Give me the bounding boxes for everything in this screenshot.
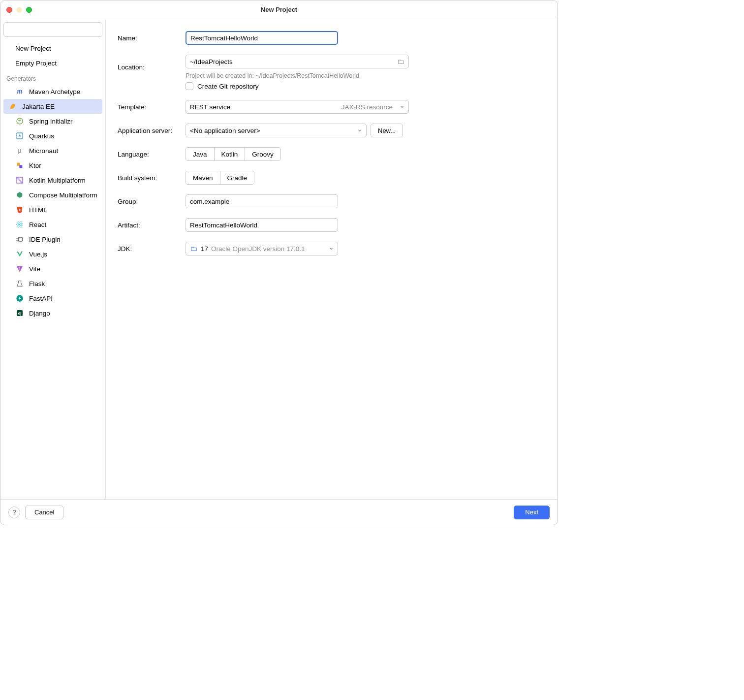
window-title: New Project (261, 6, 297, 13)
next-button[interactable]: Next (514, 506, 550, 519)
fastapi-icon (15, 294, 24, 303)
sidebar-item-label: Spring Initializr (29, 118, 73, 125)
sidebar-item-label: HTML (29, 206, 47, 214)
appserver-select[interactable]: <No application server> (186, 124, 367, 137)
template-value: REST service (190, 103, 230, 111)
kotlin-mp-icon (15, 176, 24, 185)
sidebar-item-flask[interactable]: Flask (0, 276, 105, 291)
sidebar-item-kotlin-multiplatform[interactable]: Kotlin Multiplatform (0, 173, 105, 188)
sidebar-item-ide-plugin[interactable]: IDE Plugin (0, 232, 105, 247)
search-input[interactable] (3, 22, 102, 37)
sidebar-item-maven-archetype[interactable]: m Maven Archetype (0, 84, 105, 99)
template-label: Template: (118, 103, 186, 111)
sidebar-item-label: Compose Multiplatform (29, 191, 97, 199)
language-option-java[interactable]: Java (186, 148, 215, 160)
jdk-folder-icon (190, 245, 198, 252)
footer: ? Cancel Next (0, 499, 558, 525)
location-input[interactable] (186, 55, 409, 68)
sidebar-item-spring-initializr[interactable]: Spring Initializr (0, 114, 105, 128)
plugin-icon (15, 235, 24, 244)
window-zoom-button[interactable] (26, 7, 32, 13)
help-button[interactable]: ? (8, 507, 20, 518)
svg-text:dj: dj (18, 311, 22, 316)
git-checkbox[interactable] (186, 82, 193, 90)
sidebar-item-label: New Project (15, 45, 51, 52)
language-segmented: Java Kotlin Groovy (186, 147, 281, 161)
chevron-down-icon (400, 104, 404, 109)
svg-point-2 (17, 118, 23, 124)
jakarta-icon (8, 102, 17, 111)
sidebar-item-label: FastAPI (29, 295, 53, 302)
svg-marker-8 (17, 192, 23, 198)
appserver-label: Application server: (118, 127, 186, 134)
sidebar-item-empty-project[interactable]: Empty Project (0, 56, 105, 70)
sidebar-item-label: Quarkus (29, 132, 54, 140)
html-icon: 5 (15, 205, 24, 214)
artifact-input[interactable] (186, 218, 338, 232)
sidebar-item-fastapi[interactable]: FastAPI (0, 291, 105, 306)
name-label: Name: (118, 34, 186, 42)
flask-icon (15, 279, 24, 288)
main-panel: Name: Location: Project will be created … (106, 19, 558, 499)
group-label: Group: (118, 198, 186, 205)
jdk-version: 17 (201, 245, 208, 253)
sidebar-item-label: Vue.js (29, 251, 47, 258)
sidebar: New Project Empty Project Generators m M… (0, 19, 106, 499)
sidebar-item-ktor[interactable]: Ktor (0, 158, 105, 173)
location-label: Location: (118, 64, 186, 71)
spring-icon (15, 117, 24, 126)
language-option-kotlin[interactable]: Kotlin (215, 148, 246, 160)
sidebar-item-html[interactable]: 5 HTML (0, 202, 105, 217)
jdk-select[interactable]: 17 Oracle OpenJDK version 17.0.1 (186, 242, 338, 255)
svg-point-11 (19, 224, 21, 225)
sidebar-item-label: Micronaut (29, 147, 58, 155)
sidebar-item-label: Flask (29, 280, 45, 287)
sidebar-item-label: Empty Project (15, 60, 57, 67)
sidebar-item-compose-multiplatform[interactable]: Compose Multiplatform (0, 188, 105, 202)
sidebar-item-react[interactable]: React (0, 217, 105, 232)
sidebar-item-label: Kotlin Multiplatform (29, 177, 86, 184)
build-label: Build system: (118, 174, 186, 182)
window-close-button[interactable] (6, 7, 12, 13)
vue-icon (15, 250, 24, 258)
build-option-maven[interactable]: Maven (186, 171, 220, 184)
sidebar-item-vite[interactable]: Vite (0, 261, 105, 276)
sidebar-item-django[interactable]: dj Django (0, 306, 105, 320)
browse-folder-icon[interactable] (397, 58, 405, 65)
build-option-gradle[interactable]: Gradle (220, 171, 254, 184)
svg-rect-15 (18, 237, 22, 241)
template-right-text: JAX-RS resource (341, 103, 395, 111)
group-input[interactable] (186, 194, 338, 208)
sidebar-item-quarkus[interactable]: Quarkus (0, 128, 105, 143)
svg-rect-6 (19, 165, 22, 168)
sidebar-item-label: React (29, 221, 46, 228)
sidebar-item-jakarta-ee[interactable]: Jakarta EE (3, 99, 102, 114)
sidebar-item-label: Django (29, 310, 50, 317)
appserver-new-button[interactable]: New... (371, 124, 403, 137)
template-select[interactable]: REST service JAX-RS resource (186, 100, 409, 114)
django-icon: dj (15, 309, 24, 318)
language-option-groovy[interactable]: Groovy (245, 148, 280, 160)
titlebar: New Project (0, 0, 558, 19)
build-segmented: Maven Gradle (186, 171, 254, 185)
sidebar-item-new-project[interactable]: New Project (0, 41, 105, 56)
sidebar-section-generators: Generators (0, 70, 105, 84)
name-input[interactable] (186, 31, 338, 45)
sidebar-item-micronaut[interactable]: μ Micronaut (0, 143, 105, 158)
jdk-label: JDK: (118, 245, 186, 253)
location-hint: Project will be created in: ~/IdeaProjec… (186, 72, 546, 79)
cancel-button[interactable]: Cancel (25, 506, 63, 519)
chevron-down-icon (329, 246, 334, 251)
chevron-down-icon (357, 128, 362, 133)
artifact-label: Artifact: (118, 222, 186, 229)
sidebar-item-label: Vite (29, 265, 40, 273)
ktor-icon (15, 161, 24, 170)
sidebar-item-vuejs[interactable]: Vue.js (0, 247, 105, 261)
language-label: Language: (118, 151, 186, 158)
compose-icon (15, 191, 24, 199)
window-minimize-button[interactable] (16, 7, 22, 13)
react-icon (15, 220, 24, 229)
quarkus-icon (15, 131, 24, 140)
maven-icon: m (15, 87, 24, 96)
sidebar-item-label: Maven Archetype (29, 88, 80, 95)
